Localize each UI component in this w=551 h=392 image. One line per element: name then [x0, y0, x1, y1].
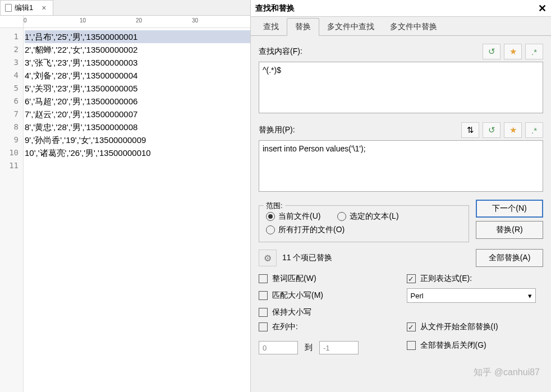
replace-label: 替换用(P):	[259, 125, 458, 135]
regex-mode-select[interactable]: Perl▾	[407, 288, 536, 303]
swap-icon[interactable]: ⇅	[461, 122, 479, 138]
tab-find[interactable]: 查找	[255, 19, 287, 35]
status-text: 11 个项已替换	[282, 253, 470, 263]
regex-icon[interactable]: .*	[525, 122, 543, 138]
code-line[interactable]: 9','孙尚香','19','女','13500000009	[25, 133, 250, 146]
chevron-down-icon: ▾	[528, 292, 532, 300]
code-line[interactable]: 4','刘备','28','男','13500000004	[25, 69, 250, 82]
dialog-tabs: 查找 替换 多文件中查找 多文件中替换	[251, 17, 551, 36]
history-icon[interactable]: ↺	[483, 122, 501, 138]
col-to-label: 到	[305, 343, 313, 353]
tab-multi-replace[interactable]: 多文件中替换	[382, 19, 445, 35]
favorite-icon[interactable]: ★	[504, 44, 522, 59]
code-line[interactable]: 8','黄忠','28','男','13500000008	[25, 121, 250, 133]
col-from-input[interactable]	[259, 341, 298, 354]
check-match-case[interactable]: 匹配大小写(M)	[259, 288, 396, 303]
dialog-titlebar: 查找和替换 ✕	[251, 0, 551, 17]
replace-button[interactable]: 替换(R)	[476, 221, 543, 239]
code-line[interactable]: 10','诸葛亮','26','男','13500000010	[25, 146, 250, 159]
code-line[interactable]: 7','赵云','20','男','13500000007	[25, 108, 250, 121]
editor[interactable]: 1234567891011 1','吕布','25','男','13500000…	[0, 28, 250, 392]
radio-current-file[interactable]: 当前文件(U)	[266, 211, 320, 222]
history-icon[interactable]: ↺	[483, 44, 501, 59]
check-whole-word[interactable]: 整词匹配(W)	[259, 274, 396, 284]
code-line[interactable]: 5','关羽','23','男','13500000005	[25, 82, 250, 95]
check-preserve-case[interactable]: 保持大小写	[259, 307, 396, 317]
code-area[interactable]: 1','吕布','25','男','13500000001 2','貂蝉','2…	[24, 28, 250, 392]
find-replace-dialog: 查找和替换 ✕ 查找 替换 多文件中查找 多文件中替换 查找内容(F): ↺ ★…	[251, 0, 551, 392]
editor-tab-bar: 编辑1 ×	[0, 0, 250, 16]
code-line[interactable]: 6','马超','20','男','13500000006	[25, 95, 250, 108]
radio-all-open[interactable]: 所有打开的文件(O)	[266, 225, 462, 235]
radio-selection[interactable]: 选定的文本(L)	[337, 211, 398, 222]
tab-multi-find[interactable]: 多文件中查找	[319, 19, 382, 35]
check-close-after[interactable]: 全部替换后关闭(G)	[407, 336, 544, 354]
find-input[interactable]	[259, 62, 543, 113]
code-line[interactable]: 1','吕布','25','男','13500000001	[25, 30, 250, 43]
replace-all-button[interactable]: 全部替换(A)	[476, 249, 543, 267]
check-regex[interactable]: 正则表达式(E):	[407, 274, 544, 284]
tab-replace[interactable]: 替换	[287, 18, 319, 36]
close-icon[interactable]: ×	[39, 3, 48, 12]
file-icon	[5, 4, 12, 12]
gear-icon[interactable]: ⚙	[259, 250, 277, 266]
scope-fieldset: 范围: 当前文件(U) 选定的文本(L) 所有打开的文件(O)	[259, 205, 469, 242]
dialog-title: 查找和替换	[255, 3, 295, 13]
check-in-column[interactable]: 在列中:	[259, 322, 396, 332]
regex-icon[interactable]: .*	[525, 44, 543, 59]
editor-pane: 编辑1 × 0 10 20 30 1234567891011 1','吕布','…	[0, 0, 251, 392]
favorite-icon[interactable]: ★	[504, 122, 522, 138]
check-from-start[interactable]: 从文件开始全部替换(I)	[407, 322, 544, 332]
code-line[interactable]: 2','貂蝉','22','女','13500000002	[25, 43, 250, 56]
find-label: 查找内容(F):	[259, 47, 479, 57]
next-button[interactable]: 下一个(N)	[476, 200, 543, 218]
col-to-input[interactable]	[319, 341, 359, 354]
gutter: 1234567891011	[0, 28, 24, 392]
replace-input[interactable]	[259, 140, 543, 192]
close-icon[interactable]: ✕	[538, 2, 547, 15]
editor-tab[interactable]: 编辑1 ×	[0, 0, 53, 15]
code-line[interactable]: 3','张飞','23','男','13500000003	[25, 56, 250, 69]
scope-legend: 范围:	[264, 201, 285, 211]
tab-title: 编辑1	[15, 3, 33, 13]
ruler: 0 10 20 30	[0, 16, 250, 28]
